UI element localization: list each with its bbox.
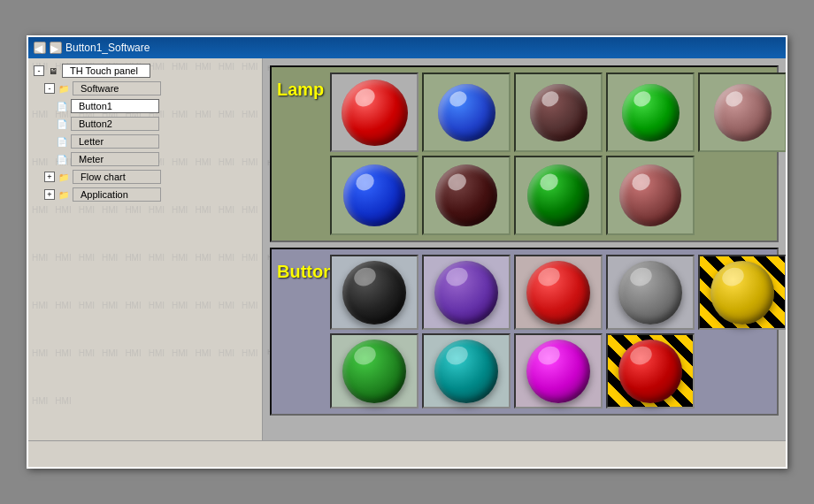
application-icon: 📁 [57, 187, 71, 202]
button-teal[interactable] [434, 340, 498, 403]
letter-label: Letter [71, 134, 159, 149]
lamp-cell-green [606, 73, 695, 152]
button-purple[interactable] [434, 261, 498, 325]
button-red2[interactable] [618, 340, 682, 403]
expand-flowchart[interactable]: + [44, 172, 55, 182]
lamp-cell-darkred [514, 73, 603, 152]
lamp-cell-blue [422, 73, 511, 152]
flowchart-label: Flow chart [73, 170, 161, 184]
main-content: Lamp [263, 58, 786, 440]
lamp-green2[interactable] [527, 164, 589, 226]
root-icon: 🖥 [46, 64, 60, 78]
button2-icon: 📄 [55, 117, 69, 131]
btn-cell-black [330, 255, 419, 330]
btn-cell-red [514, 255, 603, 330]
flowchart-icon: 📁 [57, 170, 71, 184]
btn-cell-green [330, 333, 419, 409]
application-label: Application [73, 187, 161, 202]
tree-panel: - 🖥 TH Touch panel - 📁 Software 📄 Button… [28, 58, 262, 440]
lamp-cell-pinkbrown [698, 73, 786, 152]
tree-item-button1[interactable]: 📄 Button1 [51, 97, 260, 115]
root-label: TH Touch panel [62, 64, 150, 78]
button1-label: Button1 [71, 99, 159, 113]
main-window: ◀ ▶ Button1_Software HMIHMIHMIHMIHMIHMI … [27, 35, 787, 469]
lamp-darkred[interactable] [530, 84, 587, 141]
meter-icon: 📄 [55, 152, 69, 166]
lamp-blue[interactable] [438, 84, 495, 141]
tree-item-button2[interactable]: 📄 Button2 [51, 115, 260, 133]
expand-application[interactable]: + [44, 189, 55, 200]
lamp-cell-darkred2 [422, 156, 511, 235]
right-panel: HMIHMIHMIHMIHMIHMIHMIHMIHMIHMI HMIHMIHMI… [263, 58, 786, 440]
lamp-pink2[interactable] [619, 164, 681, 226]
title-bar: ◀ ▶ Button1_Software [28, 37, 786, 58]
button-yellow[interactable] [710, 261, 774, 325]
button-gray[interactable] [618, 261, 682, 325]
tree-item-meter[interactable]: 📄 Meter [51, 150, 260, 168]
tree-item-software[interactable]: - 📁 Software [41, 80, 260, 97]
software-label: Software [73, 81, 161, 95]
button1-icon: 📄 [55, 99, 69, 113]
btn-cell-purple [422, 255, 511, 330]
btn-cell-red2-hazard [606, 333, 695, 409]
lamp-blue2[interactable] [343, 164, 405, 226]
btn-cell-gray [606, 255, 695, 330]
software-icon: 📁 [57, 81, 71, 95]
btn-cell-yellow-hazard [698, 255, 786, 330]
button-pink[interactable] [526, 340, 590, 403]
button-section-label: Button [277, 258, 330, 282]
lamp-darkred2[interactable] [435, 164, 497, 226]
lamp-section-label: Lamp [277, 76, 330, 100]
lamp-cell-empty [698, 156, 786, 235]
btn-cell-pink [514, 333, 603, 409]
content-area: HMIHMIHMIHMIHMIHMI HMIHMIHMIHMIHMIHMI HM… [28, 58, 786, 440]
window-title: Button1_Software [65, 42, 150, 54]
meter-label: Meter [71, 152, 159, 166]
letter-icon: 📄 [55, 134, 69, 149]
button-red[interactable] [526, 261, 590, 325]
lamp-green[interactable] [622, 84, 680, 141]
button2-label: Button2 [71, 117, 159, 131]
nav-forward-btn[interactable]: ▶ [50, 42, 62, 54]
tree-item-application[interactable]: + 📁 Application [41, 186, 260, 203]
lamp-cell-pink2 [606, 156, 695, 235]
lamp-cell-blue2 [330, 156, 419, 235]
lamp-red[interactable] [342, 80, 408, 146]
bottom-bar [28, 440, 786, 467]
btn-cell-teal [422, 333, 511, 409]
expand-software[interactable]: - [44, 83, 55, 94]
lamp-cell-green2 [514, 156, 603, 235]
tree-item-letter[interactable]: 📄 Letter [51, 133, 260, 150]
tree-item-root[interactable]: - 🖥 TH Touch panel [30, 62, 260, 80]
nav-back-btn[interactable]: ◀ [34, 42, 46, 54]
lamp-pinkbrown[interactable] [714, 84, 772, 141]
lamp-cell-red-large [330, 73, 419, 152]
tree-item-flowchart[interactable]: + 📁 Flow chart [41, 168, 260, 186]
button-green[interactable] [342, 340, 406, 403]
btn-cell-empty [698, 333, 786, 409]
left-panel: HMIHMIHMIHMIHMIHMI HMIHMIHMIHMIHMIHMI HM… [28, 58, 263, 440]
expand-root[interactable]: - [34, 65, 44, 76]
button-black[interactable] [342, 261, 406, 325]
